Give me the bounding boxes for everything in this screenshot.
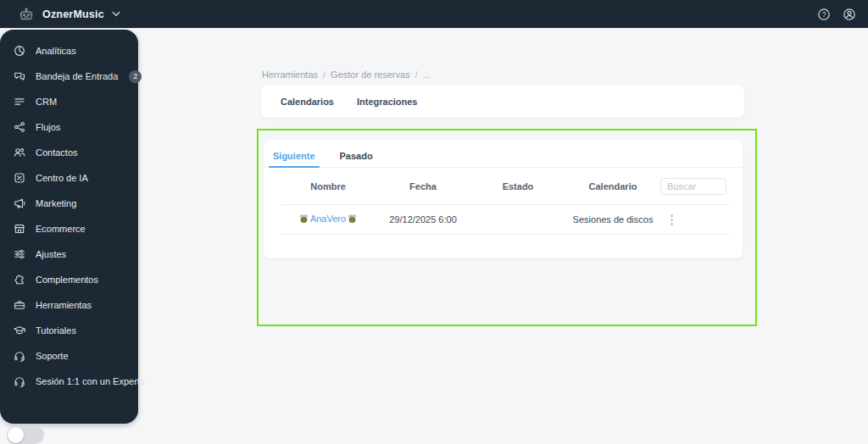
- inbox-chat-icon: [13, 69, 26, 83]
- table-row: AnaVero 29/12/2025 6:00 Sesiones de disc…: [281, 205, 729, 235]
- breadcrumb-item-gestor-de-reservas[interactable]: Gestor de reservas: [331, 69, 410, 80]
- help-icon[interactable]: ?: [817, 8, 831, 21]
- booking-name-cell: AnaVero: [298, 214, 358, 225]
- sidebar-item-label: Ajustes: [36, 249, 66, 259]
- sidebar-item-centro-de-ia[interactable]: Centro de IA: [0, 165, 138, 191]
- booking-date-cell: 29/12/2025 6:00: [376, 214, 470, 225]
- sidebar-item-tutoriales[interactable]: Tutoriales: [0, 318, 138, 343]
- sidebar-item-label: Tutoriales: [36, 325, 76, 336]
- robot-logo-icon: [18, 6, 35, 23]
- sidebar-item-label: Complementos: [36, 275, 98, 285]
- table-header-row: Nombre Fecha Estado Calendario: [281, 168, 729, 205]
- sliders-icon: [13, 247, 26, 261]
- breadcrumb-item-herramientas[interactable]: Herramientas: [262, 69, 318, 80]
- ai-center-icon: [13, 171, 26, 185]
- sidebar-item-sesion-experto[interactable]: Sesión 1:1 con un Experto: [0, 369, 138, 394]
- top-bar: OznerMusic ?: [0, 0, 868, 28]
- sidebar-item-ecommerce[interactable]: Ecommerce: [0, 216, 138, 241]
- sidebar-item-label: Sesión 1:1 con un Experto: [36, 376, 145, 386]
- sidebar-item-label: Bandeja de Entrada: [36, 71, 118, 81]
- megaphone-icon: [13, 197, 26, 210]
- puzzle-icon: [13, 273, 26, 286]
- brand-selector[interactable]: OznerMusic: [0, 6, 120, 23]
- booking-panel-tabs: Siguiente Pasado: [264, 140, 743, 168]
- sidebar-item-bandeja-de-entrada[interactable]: Bandeja de Entrada 2: [0, 64, 138, 89]
- bee-emoji-icon: [298, 214, 309, 225]
- booking-calendar-cell: Sesiones de discos: [565, 214, 660, 225]
- sidebar-item-complementos[interactable]: Complementos: [0, 267, 138, 292]
- booking-name-link[interactable]: AnaVero: [310, 214, 346, 224]
- breadcrumb: Herramientas / Gestor de reservas / ...: [262, 69, 431, 80]
- crm-list-icon: [13, 95, 26, 108]
- inbox-count-badge: 2: [129, 70, 142, 83]
- sidebar-item-analiticas[interactable]: Analíticas: [0, 38, 138, 64]
- breadcrumb-item-ellipsis[interactable]: ...: [423, 69, 431, 80]
- toolbox-icon: [13, 298, 26, 312]
- tab-siguiente[interactable]: Siguiente: [272, 151, 316, 167]
- bee-emoji-icon: [347, 214, 358, 225]
- analytics-pie-icon: [13, 44, 26, 58]
- sidebar-item-flujos[interactable]: Flujos: [0, 114, 138, 140]
- tab-pasado[interactable]: Pasado: [339, 151, 374, 167]
- flows-share-icon: [13, 120, 26, 134]
- sidebar-item-marketing[interactable]: Marketing: [0, 191, 138, 216]
- sidebar: Analíticas Bandeja de Entrada 2 CRM Fluj…: [0, 30, 138, 424]
- tab-calendarios[interactable]: Calendarios: [281, 97, 334, 107]
- sidebar-item-contactos[interactable]: Contactos: [0, 140, 138, 165]
- chevron-down-icon: [112, 11, 120, 17]
- column-header-nombre: Nombre: [281, 181, 376, 191]
- sidebar-item-crm[interactable]: CRM: [0, 89, 138, 114]
- storefront-icon: [13, 222, 26, 236]
- sidebar-item-label: Analíticas: [36, 46, 76, 56]
- sidebar-item-label: Flujos: [36, 122, 60, 132]
- search-input[interactable]: [660, 178, 726, 195]
- sidebar-item-label: Contactos: [36, 147, 78, 158]
- sidebar-item-label: Centro de IA: [36, 173, 88, 183]
- breadcrumb-separator: /: [415, 69, 418, 80]
- column-header-fecha: Fecha: [376, 181, 470, 191]
- page-tabs-card: Calendarios Integraciones: [261, 85, 744, 118]
- sidebar-item-label: Soporte: [36, 351, 69, 361]
- svg-text:?: ?: [822, 10, 826, 19]
- sidebar-item-label: Ecommerce: [36, 224, 86, 234]
- column-header-estado: Estado: [470, 181, 565, 191]
- headset-icon: [13, 375, 26, 388]
- sidebar-item-label: Herramientas: [36, 300, 92, 310]
- row-actions-kebab-icon[interactable]: [665, 211, 678, 229]
- sidebar-item-soporte[interactable]: Soporte: [0, 343, 138, 369]
- sidebar-item-herramientas[interactable]: Herramientas: [0, 292, 138, 318]
- account-icon[interactable]: [843, 8, 856, 21]
- sidebar-item-label: CRM: [36, 97, 57, 107]
- brand-name: OznerMusic: [42, 8, 104, 20]
- toggle-switch[interactable]: [7, 426, 44, 444]
- headset-icon: [13, 349, 26, 363]
- column-header-calendario: Calendario: [565, 181, 660, 191]
- bookings-table: Nombre Fecha Estado Calendario AnaVero: [281, 168, 729, 235]
- booking-panel: Siguiente Pasado Nombre Fecha Estado Cal…: [264, 140, 743, 258]
- contacts-people-icon: [13, 146, 26, 159]
- toggle-knob: [8, 427, 24, 443]
- graduation-cap-icon: [13, 324, 26, 337]
- sidebar-item-label: Marketing: [36, 198, 76, 208]
- tab-integraciones[interactable]: Integraciones: [357, 97, 418, 107]
- sidebar-item-ajustes[interactable]: Ajustes: [0, 241, 138, 267]
- breadcrumb-separator: /: [323, 69, 326, 80]
